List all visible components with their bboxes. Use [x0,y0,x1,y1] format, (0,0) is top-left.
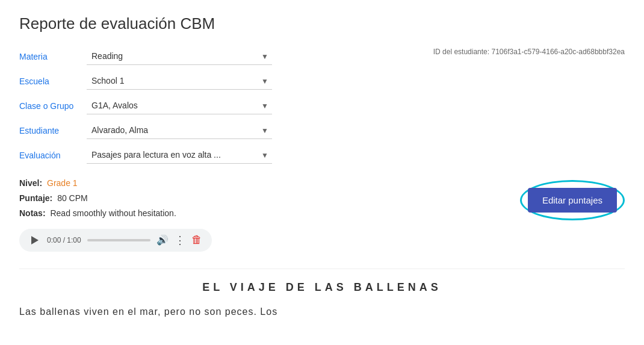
evaluacion-select[interactable]: Pasajes para lectura en voz alta ... [87,146,272,164]
page-title: Reporte de evaluación CBM [19,14,625,33]
audio-player: 0:00 / 1:00 🔊 ⋮ 🗑 [19,229,212,252]
escuela-label: Escuela [19,76,79,86]
edit-button-ring: Editar puntajes [520,180,625,220]
edit-scores-button[interactable]: Editar puntajes [528,188,617,213]
evaluacion-row: Evaluación Pasajes para lectura en voz a… [19,146,272,164]
nivel-label: Nivel: [19,178,42,188]
materia-select-wrapper: Reading ▼ [87,48,272,65]
progress-bar[interactable] [87,239,150,241]
clase-select[interactable]: G1A, Avalos [87,97,272,114]
clase-row: Clase o Grupo G1A, Avalos ▼ [19,97,272,114]
estudiante-select-wrapper: Alvarado, Alma ▼ [87,122,272,139]
clase-label: Clase o Grupo [19,101,79,111]
escuela-select[interactable]: School 1 [87,72,272,90]
escuela-select-wrapper: School 1 ▼ [87,72,272,90]
estudiante-label: Estudiante [19,126,79,135]
escuela-row: Escuela School 1 ▼ [19,72,272,90]
materia-label: Materia [19,52,79,61]
content-title: EL VIAJE DE LAS BALLENAS [19,281,625,294]
puntaje-label: Puntaje: [19,193,52,203]
filter-form: Materia Reading ▼ Escuela School 1 ▼ [19,48,272,164]
delete-icon[interactable]: 🗑 [191,234,202,246]
nivel-value: Grade 1 [47,178,78,188]
audio-time: 0:00 / 1:00 [47,236,81,244]
puntaje-value: 80 CPM [57,193,88,203]
play-button[interactable] [29,234,41,246]
content-text: Las ballenas viven en el mar, pero no so… [19,303,625,321]
evaluacion-select-wrapper: Pasajes para lectura en voz alta ... ▼ [87,146,272,164]
estudiante-row: Estudiante Alvarado, Alma ▼ [19,122,272,139]
evaluacion-label: Evaluación [19,151,79,160]
content-section: EL VIAJE DE LAS BALLENAS Las ballenas vi… [19,269,625,321]
more-options-icon[interactable]: ⋮ [175,234,185,247]
materia-row: Materia Reading ▼ [19,48,272,65]
clase-select-wrapper: G1A, Avalos ▼ [87,97,272,114]
estudiante-select[interactable]: Alvarado, Alma [87,122,272,139]
notas-label: Notas: [19,208,46,218]
student-id: ID del estudiante: 7106f3a1-c579-4166-a2… [433,48,625,56]
volume-icon[interactable]: 🔊 [156,234,169,246]
edit-button-wrapper: Editar puntajes [520,180,625,220]
notas-value: Read smoothly without hesitation. [50,208,176,218]
play-icon [31,236,39,244]
materia-select[interactable]: Reading [87,48,272,65]
